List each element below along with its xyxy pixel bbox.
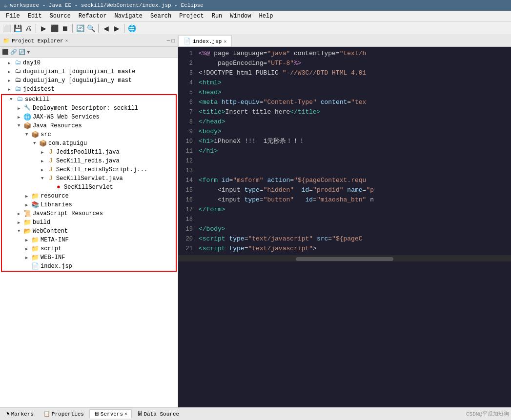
code-line-1: 1 <%@ page language="java" contentType="… — [178, 49, 511, 59]
toolbar-save[interactable]: 💾 — [13, 23, 22, 33]
java-icon: J — [47, 157, 55, 165]
tree-item-package[interactable]: ▼ 📦 com.atguigu — [2, 139, 176, 148]
tree-label: build — [33, 219, 50, 226]
tree-arrow: ▶ — [25, 202, 31, 208]
toolbar-forward[interactable]: ▶ — [112, 23, 122, 33]
menu-edit[interactable]: Edit — [24, 12, 46, 20]
tree-label: SecKill_redisByScript.j... — [56, 166, 147, 173]
tree-item-java-resources[interactable]: ▼ 📦 Java Resources — [2, 121, 176, 130]
line-number: 21 — [178, 244, 197, 254]
tree-item-resource[interactable]: ▶ 📁 resource — [2, 192, 176, 200]
bottom-tab-properties[interactable]: 📋 Properties — [39, 409, 88, 419]
tree-item-duguiujian-l[interactable]: ▶ 🗂 duguiujian_l [duguiujian_l maste — [0, 67, 178, 76]
toolbar-debug[interactable]: ⬛ — [49, 23, 59, 33]
editor-panel: 📄 index.jsp ✕ 1 <%@ page language="java"… — [178, 35, 511, 407]
tree-item-day10[interactable]: ▶ 🗂 day10 — [0, 59, 178, 67]
deploy-icon: 🔧 — [23, 104, 31, 112]
code-line-11: 11 </h1> — [178, 146, 511, 156]
menu-refactor[interactable]: Refactor — [75, 12, 111, 20]
project-icon: 🗂 — [14, 59, 21, 67]
menu-project[interactable]: Project — [175, 12, 207, 20]
tree-label: day10 — [23, 60, 41, 66]
tree-item-seckill[interactable]: ▼ 🗂 seckill — [2, 95, 176, 104]
tree-item-js-resources[interactable]: ▶ 📜 JavaScript Resources — [2, 209, 176, 218]
tree-item-libraries[interactable]: ▶ 📚 Libraries — [2, 200, 176, 209]
bottom-tab-markers[interactable]: ⚑ Markers — [2, 409, 38, 419]
tree-item-index-jsp[interactable]: 📄 index.jsp — [2, 262, 176, 271]
menu-navigate[interactable]: Navigate — [110, 12, 146, 20]
tree-label: script — [41, 245, 61, 252]
tree-item-seckill-redis[interactable]: ▶ J SecKill_redis.java — [2, 157, 176, 165]
menu-search[interactable]: Search — [146, 12, 175, 20]
tree-item-seckillservlet-java[interactable]: ▼ J SecKillServlet.java — [2, 174, 176, 183]
tree-item-seckill-redisbyscript[interactable]: ▶ J SecKill_redisByScript.j... — [2, 165, 176, 174]
tree-item-seckillservlet-class[interactable]: ● SecKillServlet — [2, 183, 176, 192]
line-content: </head> — [197, 117, 511, 127]
tree-arrow: ▶ — [18, 211, 23, 217]
view-menu-btn[interactable]: ▼ — [27, 49, 30, 55]
servlet-icon: ● — [55, 183, 62, 191]
toolbar-print[interactable]: 🖨 — [23, 23, 33, 33]
menu-window[interactable]: Window — [226, 12, 255, 20]
toolbar-perspective[interactable]: 🌐 — [127, 23, 137, 33]
menu-source[interactable]: Source — [46, 12, 75, 20]
tree-arrow: ▼ — [10, 97, 16, 102]
tree-label: JAX-WS Web Services — [33, 114, 100, 120]
tree-item-duguiujian-y[interactable]: ▶ 🗂 duguiujian_y [duguiujian_y mast — [0, 76, 178, 85]
tab-close-btn[interactable]: ✕ — [224, 39, 226, 44]
seckill-highlighted-section: ▼ 🗂 seckill ▶ 🔧 Deployment Descriptor: s… — [1, 94, 177, 272]
editor-tab-bar: 📄 index.jsp ✕ — [178, 35, 511, 47]
tree-item-jaxws[interactable]: ▶ 🌐 JAX-WS Web Services — [2, 113, 176, 121]
scrollbar-thumb[interactable] — [296, 257, 393, 261]
folder-icon: 📁 — [23, 219, 31, 226]
editor-tab-index-jsp[interactable]: 📄 index.jsp ✕ — [178, 36, 232, 46]
tree-item-build[interactable]: ▶ 📁 build — [2, 218, 176, 227]
tree-label: SecKillServlet.java — [56, 175, 123, 182]
line-number: 19 — [178, 224, 197, 234]
bottom-tabs: ⚑ Markers 📋 Properties 🖥 Servers ✕ 🗄 Dat… — [0, 407, 511, 420]
tree-arrow: ▶ — [8, 78, 14, 83]
tree-item-webcontent[interactable]: ▼ 📂 WebContent — [2, 227, 176, 236]
tree-item-meta-inf[interactable]: ▶ 📁 META-INF — [2, 236, 176, 244]
tree-item-web-inf[interactable]: ▶ 📁 WEB-INF — [2, 253, 176, 262]
menu-file[interactable]: File — [2, 12, 24, 20]
link-btn[interactable]: 🔗 — [10, 49, 17, 55]
toolbar-stop[interactable]: ⏹ — [60, 23, 70, 33]
menu-bar: File Edit Source Refactor Navigate Searc… — [0, 11, 511, 21]
tree-arrow: ▼ — [25, 132, 31, 137]
bottom-tab-servers[interactable]: 🖥 Servers ✕ — [89, 409, 132, 419]
tree-item-deployment[interactable]: ▶ 🔧 Deployment Descriptor: seckill — [2, 104, 176, 113]
bottom-tab-datasource[interactable]: 🗄 Data Source — [133, 409, 184, 419]
tree-label: WebContent — [33, 228, 68, 235]
toolbar-new[interactable]: ⬜ — [2, 23, 12, 33]
tab-icon: 📄 — [184, 38, 191, 45]
tree-arrow: ▶ — [25, 194, 31, 199]
editor-content[interactable]: 1 <%@ page language="java" contentType="… — [178, 47, 511, 407]
line-number: 7 — [178, 107, 197, 117]
line-content: <meta http-equiv="Content-Type" content=… — [197, 98, 511, 107]
line-number: 9 — [178, 127, 197, 137]
minimize-btn[interactable]: ─ — [167, 38, 170, 44]
menu-help[interactable]: Help — [255, 12, 277, 20]
collapse-all-btn[interactable]: ⬛ — [2, 49, 9, 55]
tree-item-src[interactable]: ▼ 📦 src — [2, 130, 176, 139]
toolbar-run[interactable]: ▶ — [39, 23, 48, 33]
tree-item-jedistest[interactable]: ▶ 🗂 jedistest — [0, 85, 178, 94]
maximize-btn[interactable]: □ — [171, 38, 175, 44]
tree-label: com.atguigu — [48, 140, 87, 147]
horizontal-scrollbar[interactable] — [178, 256, 511, 261]
line-content: <form id="msform" action="${pageContext.… — [197, 176, 511, 185]
tree-label: duguiujian_y [duguiujian_y mast — [23, 77, 132, 84]
servers-x[interactable]: ✕ — [124, 411, 127, 417]
tree-arrow: ▶ — [8, 60, 14, 66]
line-number: 12 — [178, 156, 197, 166]
toolbar-back[interactable]: ◀ — [101, 23, 111, 33]
sync-btn[interactable]: 🔃 — [19, 49, 25, 55]
tree-item-script[interactable]: ▶ 📁 script — [2, 244, 176, 253]
tree-item-jedispoolutil[interactable]: ▶ J JedisPoolUtil.java — [2, 148, 176, 157]
toolbar-refresh[interactable]: 🔄 — [75, 23, 85, 33]
menu-run[interactable]: Run — [208, 12, 226, 20]
toolbar-search[interactable]: 🔍 — [86, 23, 96, 33]
line-number: 14 — [178, 176, 197, 185]
tree-arrow: ▼ — [41, 176, 47, 181]
